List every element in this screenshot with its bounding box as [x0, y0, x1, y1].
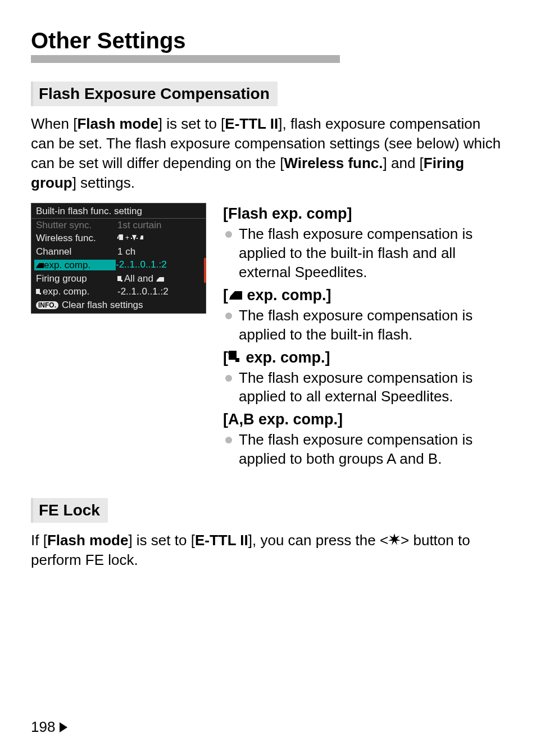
svg-rect-0	[117, 237, 119, 239]
two-column-layout: Built-in flash func. setting Shutter syn…	[31, 203, 505, 472]
speedlite-icon	[228, 350, 242, 364]
info-badge: INFO.	[36, 301, 58, 309]
text: ] is set to [	[158, 115, 225, 132]
lcd-row-exp-comp-highlighted: exp. comp. -2..1..0..1.:2	[31, 258, 206, 272]
lcd-label: Channel	[36, 247, 117, 256]
speedlite-icon	[36, 289, 43, 296]
text: If [	[31, 532, 47, 549]
bullet-item: The flash exposure compensation is appli…	[223, 225, 505, 282]
bullet-text: The flash exposure compensation is appli…	[239, 306, 505, 345]
bold: E-TTL II	[195, 532, 248, 549]
text: ], you can press the <	[248, 532, 388, 549]
bullet-icon	[225, 313, 232, 319]
builtin-flash-icon	[228, 289, 243, 301]
bullet-text: The flash exposure compensation is appli…	[239, 369, 505, 407]
page-arrow-icon	[60, 722, 67, 732]
bullet-item: The flash exposure compensation is appli…	[223, 369, 505, 407]
subhead-flash-exp-comp: [Flash exp. comp]	[223, 204, 505, 224]
bullet-icon	[225, 437, 232, 443]
fe-lock-paragraph: If [Flash mode] is set to [E-TTL II], yo…	[31, 531, 505, 570]
text: exp. comp.]	[242, 349, 330, 366]
builtin-flash-icon	[36, 262, 44, 269]
lcd-label: Shutter sync.	[36, 220, 117, 230]
lcd-label: exp. comp.	[34, 260, 116, 270]
bold: Flash mode	[77, 115, 158, 132]
bullet-item: The flash exposure compensation is appli…	[223, 431, 505, 469]
section-header: Flash Exposure Compensation	[31, 82, 278, 106]
lcd-row-wireless: Wireless func. +	[31, 232, 206, 245]
builtin-flash-icon	[156, 276, 164, 283]
bullet-icon	[225, 375, 232, 382]
bold: E-TTL II	[225, 115, 278, 132]
right-column: [Flash exp. comp] The flash exposure com…	[223, 203, 505, 472]
lcd-panel: Built-in flash func. setting Shutter syn…	[31, 203, 206, 314]
lcd-value: -2..1..0..1.:2	[117, 287, 201, 296]
lcd-footer: INFO. Clear flash settings	[31, 298, 206, 313]
intro-paragraph: When [Flash mode] is set to [E-TTL II], …	[31, 114, 505, 193]
page-title-row: Other Settings	[31, 28, 505, 64]
wireless-combo-icon: +	[117, 233, 201, 243]
lcd-title: Built-in flash func. setting	[31, 203, 206, 219]
text: ] is set to [	[128, 532, 195, 549]
svg-rect-2	[131, 238, 132, 239]
lcd-label: Wireless func.	[36, 233, 117, 243]
lcd-value: 1st curtain	[117, 220, 201, 230]
bold: Wireless func.	[284, 155, 383, 171]
text: When [	[31, 115, 77, 132]
text: exp. comp.]	[243, 287, 331, 304]
text: [	[223, 349, 228, 366]
svg-rect-4	[121, 280, 122, 282]
star-button-icon	[388, 533, 401, 546]
text: [	[223, 287, 228, 304]
bullet-icon	[225, 231, 232, 238]
bullet-item: The flash exposure compensation is appli…	[223, 306, 505, 345]
section-flash-exposure: Flash Exposure Compensation When [Flash …	[31, 82, 505, 472]
text: ] and [	[383, 155, 424, 171]
bullet-text: The flash exposure compensation is appli…	[239, 225, 505, 282]
section-header: FE Lock	[31, 498, 108, 523]
title-rule	[31, 55, 340, 63]
subhead-ab-exp-comp: [A,B exp. comp.]	[223, 410, 505, 429]
subhead-builtin-exp-comp: [ exp. comp.]	[223, 286, 505, 305]
lcd-label: Firing group	[36, 274, 117, 283]
lcd-value: 1 ch	[117, 247, 201, 256]
text: ] settings.	[72, 174, 135, 191]
section-fe-lock: FE Lock If [Flash mode] is set to [E-TTL…	[31, 498, 505, 570]
lcd-label: exp. comp.	[36, 287, 117, 296]
lcd-row-channel: Channel 1 ch	[31, 245, 206, 258]
svg-rect-6	[235, 358, 239, 362]
text: exp. comp.	[43, 286, 89, 297]
subhead-speedlite-exp-comp: [ exp. comp.]	[223, 348, 505, 368]
page-number-row: 198	[31, 718, 67, 736]
svg-rect-5	[39, 293, 41, 295]
page-number: 198	[31, 718, 55, 736]
bold: Flash mode	[47, 532, 128, 549]
text: All and	[124, 273, 153, 284]
page-title: Other Settings	[31, 28, 196, 53]
bullet-text: The flash exposure compensation is appli…	[239, 431, 505, 469]
lcd-value: All and	[117, 274, 201, 283]
svg-text:+: +	[125, 234, 129, 242]
lcd-row-speedlite-exp-comp: exp. comp. -2..1..0..1.:2	[31, 285, 206, 298]
lcd-value: -2..1..0..1.:2	[116, 260, 201, 270]
camera-lcd-screenshot: Built-in flash func. setting Shutter syn…	[31, 203, 206, 314]
svg-rect-3	[137, 238, 138, 239]
lcd-footer-text: Clear flash settings	[62, 300, 143, 310]
lcd-row-shutter-sync: Shutter sync. 1st curtain	[31, 219, 206, 232]
text: exp. comp.	[44, 260, 90, 270]
speedlite-icon	[117, 276, 124, 283]
lcd-row-firing-group: Firing group All and	[31, 272, 206, 285]
scroll-indicator	[204, 258, 206, 283]
